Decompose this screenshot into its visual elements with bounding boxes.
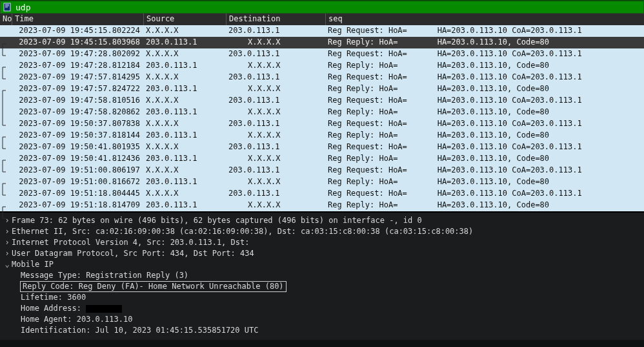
table-row[interactable]: 2023-07-09 19:45:15.802224X.X.X.X203.0.1… bbox=[0, 25, 644, 37]
chevron-right-icon: › bbox=[3, 215, 12, 226]
cell-no bbox=[0, 176, 12, 188]
cell-no bbox=[0, 25, 12, 37]
cell-no bbox=[0, 130, 12, 142]
table-row[interactable]: 2023-07-09 19:50:41.812436203.0.113.1X.X… bbox=[0, 153, 644, 165]
col-time[interactable]: Time bbox=[12, 14, 143, 25]
cell-time: 2023-07-09 19:47:28.812184 bbox=[12, 60, 143, 72]
cell-destination: X.X.X.X bbox=[226, 37, 325, 48]
cell-time: 2023-07-09 19:47:57.814295 bbox=[12, 72, 143, 83]
cell-no bbox=[0, 200, 12, 211]
table-row[interactable]: 2023-07-09 19:47:28.802092X.X.X.X203.0.1… bbox=[0, 48, 644, 60]
col-no[interactable]: No bbox=[0, 14, 12, 25]
col-seq[interactable]: seq bbox=[325, 14, 644, 25]
col-destination[interactable]: Destination bbox=[226, 14, 325, 25]
cell-destination: 203.0.113.1 bbox=[226, 142, 325, 153]
tree-mobileip[interactable]: ⌄Mobile IP bbox=[3, 259, 643, 270]
cell-no bbox=[0, 72, 12, 83]
packet-details-pane: ›Frame 73: 62 bytes on wire (496 bits), … bbox=[0, 213, 644, 340]
table-row[interactable]: 2023-07-09 19:50:37.818144203.0.113.1X.X… bbox=[0, 130, 644, 142]
cell-destination: 203.0.113.1 bbox=[226, 118, 325, 130]
table-row[interactable]: 2023-07-09 19:50:37.807838X.X.X.X203.0.1… bbox=[0, 118, 644, 130]
cell-seq: Reg Request: HoA= HA=203.0.113.10 CoA=20… bbox=[325, 95, 644, 107]
cell-destination: X.X.X.X bbox=[226, 83, 325, 95]
cell-seq: Reg Reply: HoA= HA=203.0.113.10, Code=80 bbox=[325, 176, 644, 188]
tree-ip-text: Internet Protocol Version 4, Src: 203.0.… bbox=[12, 237, 249, 248]
field-identification[interactable]: Identification: Jul 10, 2023 01:45:15.53… bbox=[3, 325, 643, 336]
cell-time: 2023-07-09 19:50:41.801935 bbox=[12, 142, 143, 153]
cell-seq: Reg Request: HoA= HA=203.0.113.10 CoA=20… bbox=[325, 142, 644, 153]
cell-destination: X.X.X.X bbox=[226, 60, 325, 72]
cell-destination: X.X.X.X bbox=[226, 200, 325, 211]
cell-time: 2023-07-09 19:51:00.816672 bbox=[12, 176, 143, 188]
bookmark-icon[interactable] bbox=[1, 1, 13, 13]
cell-no bbox=[0, 83, 12, 95]
cell-destination: 203.0.113.1 bbox=[226, 165, 325, 176]
cell-no bbox=[0, 165, 12, 176]
cell-time: 2023-07-09 19:47:28.802092 bbox=[12, 48, 143, 60]
table-row[interactable]: 2023-07-09 19:51:18.814709203.0.113.1X.X… bbox=[0, 200, 644, 211]
field-reply-code[interactable]: Reply Code: Reg Deny (FA)- Home Network … bbox=[3, 281, 643, 292]
cell-time: 2023-07-09 19:50:37.807838 bbox=[12, 118, 143, 130]
cell-time: 2023-07-09 19:45:15.803968 bbox=[12, 37, 143, 48]
cell-seq: Reg Request: HoA= HA=203.0.113.10 CoA=20… bbox=[325, 118, 644, 130]
table-row[interactable]: 2023-07-09 19:45:15.803968203.0.113.1X.X… bbox=[0, 37, 644, 48]
tree-ip[interactable]: ›Internet Protocol Version 4, Src: 203.0… bbox=[3, 237, 643, 248]
packet-rows: 2023-07-09 19:45:15.802224X.X.X.X203.0.1… bbox=[0, 25, 644, 211]
tree-eth-text: Ethernet II, Src: ca:02:16:09:00:38 (ca:… bbox=[12, 226, 473, 237]
table-row[interactable]: 2023-07-09 19:47:58.810516X.X.X.X203.0.1… bbox=[0, 95, 644, 107]
table-row[interactable]: 2023-07-09 19:51:00.806197X.X.X.X203.0.1… bbox=[0, 165, 644, 176]
field-lifetime[interactable]: Lifetime: 3600 bbox=[3, 292, 643, 303]
cell-source: 203.0.113.1 bbox=[143, 130, 226, 142]
tree-mip-text: Mobile IP bbox=[12, 259, 54, 270]
tree-udp-text: User Datagram Protocol, Src Port: 434, D… bbox=[12, 248, 254, 259]
packet-list: No Time Source Destination seq 2023-07-0… bbox=[0, 14, 644, 213]
cell-source: X.X.X.X bbox=[143, 25, 226, 37]
table-row[interactable]: 2023-07-09 19:47:57.824722203.0.113.1X.X… bbox=[0, 83, 644, 95]
cell-source: 203.0.113.1 bbox=[143, 200, 226, 211]
table-row[interactable]: 2023-07-09 19:51:00.816672203.0.113.1X.X… bbox=[0, 176, 644, 188]
cell-seq: Reg Reply: HoA= HA=203.0.113.10, Code=80 bbox=[325, 107, 644, 118]
cell-destination: 203.0.113.1 bbox=[226, 25, 325, 37]
cell-no bbox=[0, 153, 12, 165]
field-home-agent[interactable]: Home Agent: 203.0.113.10 bbox=[3, 314, 643, 325]
cell-no bbox=[0, 118, 12, 130]
tree-ethernet[interactable]: ›Ethernet II, Src: ca:02:16:09:00:38 (ca… bbox=[3, 226, 643, 237]
cell-no bbox=[0, 60, 12, 72]
tree-frame[interactable]: ›Frame 73: 62 bytes on wire (496 bits), … bbox=[3, 215, 643, 226]
display-filter-input[interactable] bbox=[14, 3, 643, 12]
cell-source: 203.0.113.1 bbox=[143, 83, 226, 95]
cell-time: 2023-07-09 19:51:00.806197 bbox=[12, 165, 143, 176]
cell-destination: X.X.X.X bbox=[226, 130, 325, 142]
cell-source: 203.0.113.1 bbox=[143, 107, 226, 118]
redacted-icon bbox=[86, 305, 122, 313]
cell-destination: 203.0.113.1 bbox=[226, 188, 325, 200]
cell-destination: X.X.X.X bbox=[226, 107, 325, 118]
table-row[interactable]: 2023-07-09 19:50:41.801935X.X.X.X203.0.1… bbox=[0, 142, 644, 153]
cell-time: 2023-07-09 19:51:18.804445 bbox=[12, 188, 143, 200]
cell-time: 2023-07-09 19:50:37.818144 bbox=[12, 130, 143, 142]
table-row[interactable]: 2023-07-09 19:47:58.820862203.0.113.1X.X… bbox=[0, 107, 644, 118]
cell-seq: Reg Reply: HoA= HA=203.0.113.10, Code=80 bbox=[325, 83, 644, 95]
cell-time: 2023-07-09 19:47:58.820862 bbox=[12, 107, 143, 118]
cell-source: X.X.X.X bbox=[143, 165, 226, 176]
cell-no bbox=[0, 188, 12, 200]
chevron-right-icon: › bbox=[3, 248, 12, 259]
table-row[interactable]: 2023-07-09 19:47:57.814295X.X.X.X203.0.1… bbox=[0, 72, 644, 83]
cell-destination: 203.0.113.1 bbox=[226, 72, 325, 83]
table-row[interactable]: 2023-07-09 19:51:18.804445X.X.X.X203.0.1… bbox=[0, 188, 644, 200]
col-source[interactable]: Source bbox=[143, 14, 226, 25]
cell-seq: Reg Reply: HoA= HA=203.0.113.10, Code=80 bbox=[325, 130, 644, 142]
cell-time: 2023-07-09 19:47:57.824722 bbox=[12, 83, 143, 95]
cell-no bbox=[0, 107, 12, 118]
cell-time: 2023-07-09 19:45:15.802224 bbox=[12, 25, 143, 37]
cell-source: 203.0.113.1 bbox=[143, 176, 226, 188]
table-row[interactable]: 2023-07-09 19:47:28.812184203.0.113.1X.X… bbox=[0, 60, 644, 72]
cell-destination: X.X.X.X bbox=[226, 153, 325, 165]
chevron-right-icon: › bbox=[3, 237, 12, 248]
cell-source: X.X.X.X bbox=[143, 188, 226, 200]
tree-udp[interactable]: ›User Datagram Protocol, Src Port: 434, … bbox=[3, 248, 643, 259]
field-message-type[interactable]: Message Type: Registration Reply (3) bbox=[3, 270, 643, 281]
field-home-address[interactable]: Home Address: bbox=[3, 303, 643, 314]
cell-seq: Reg Request: HoA= HA=203.0.113.10 CoA=20… bbox=[325, 188, 644, 200]
cell-source: 203.0.113.1 bbox=[143, 60, 226, 72]
